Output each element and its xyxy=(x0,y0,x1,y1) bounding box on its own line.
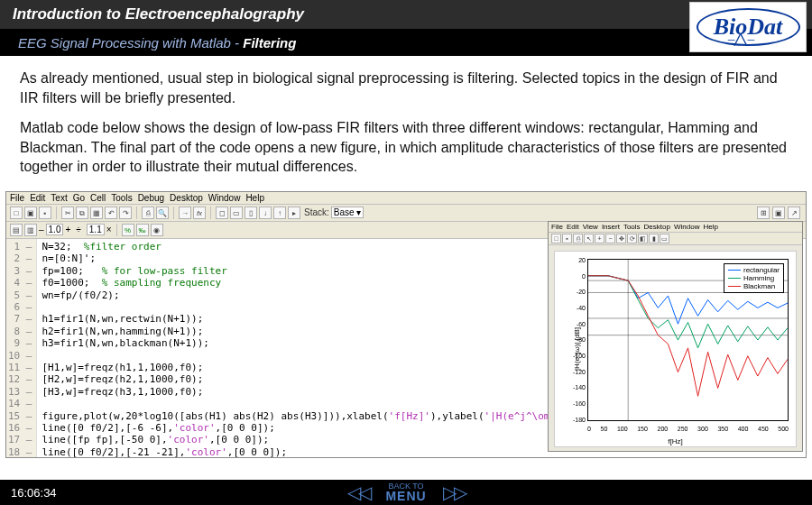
line-number-gutter: 1 – 2 – 3 – 4 – 5 – 6 – 7 – 8 – 9 –10 –1… xyxy=(6,239,37,458)
undo-icon[interactable]: ↶ xyxy=(105,207,117,219)
menu-button[interactable]: BACK TOMENU xyxy=(385,482,426,502)
fig-colorbar-icon[interactable]: ▮ xyxy=(649,234,659,243)
fig-menu-file[interactable]: File xyxy=(551,223,563,231)
fig-datacursor-icon[interactable]: ◧ xyxy=(638,234,648,243)
intro-paragraph-1: As already mentioned, usual step in biol… xyxy=(20,69,792,107)
fig-new-icon[interactable]: □ xyxy=(551,234,561,243)
eval-cell-icon[interactable]: ▥ xyxy=(24,224,37,236)
chart-xlabel: f[Hz] xyxy=(668,437,682,445)
menu-desktop[interactable]: Desktop xyxy=(170,193,203,203)
percent2-icon[interactable]: ‰ xyxy=(136,224,149,236)
percent-icon[interactable]: % xyxy=(122,224,134,236)
fig-save-icon[interactable]: ▪ xyxy=(562,234,572,243)
fig-zoom-out-icon[interactable]: − xyxy=(605,234,615,243)
tile-icon[interactable]: ⊞ xyxy=(757,207,770,219)
zoom-b-field[interactable]: 1.1 xyxy=(87,224,105,235)
open-file-icon[interactable]: ▣ xyxy=(24,207,37,219)
fig-menu-desktop[interactable]: Desktop xyxy=(644,223,670,231)
redo-icon[interactable]: ↷ xyxy=(119,207,132,219)
fig-menu-window[interactable]: Window xyxy=(674,223,699,231)
matlab-editor-window: FileEditTextGoCellToolsDebugDesktopWindo… xyxy=(5,191,807,458)
logo: BioDat─╱╲─ xyxy=(689,2,807,52)
step-out-icon[interactable]: ↑ xyxy=(273,207,286,219)
dock-icon[interactable]: ▣ xyxy=(772,207,785,219)
fig-menu-tools[interactable]: Tools xyxy=(623,223,641,231)
y-tick-labels: 200-20-40-60-80-100-120-140-160-180 xyxy=(569,257,586,423)
find-icon[interactable]: 🔍 xyxy=(156,207,169,219)
timecode: 16:06:34 xyxy=(11,486,57,500)
run-section-icon[interactable]: ▭ xyxy=(230,207,243,219)
zoom-a-field[interactable]: 1.0 xyxy=(46,224,64,235)
paste-icon[interactable]: ▦ xyxy=(90,207,103,219)
chart-legend[interactable]: rectangularHammingBlackman xyxy=(724,263,784,293)
menu-cell[interactable]: Cell xyxy=(90,193,106,203)
fig-rotate-icon[interactable]: ⟳ xyxy=(627,234,637,243)
slide-title: Introduction to Electroencephalography xyxy=(13,5,304,23)
fig-legend-icon[interactable]: ▭ xyxy=(660,234,669,243)
figure-menubar[interactable]: FileEditViewInsertToolsDesktopWindowHelp xyxy=(549,222,802,233)
goto-icon[interactable]: → xyxy=(179,207,191,219)
menu-tools[interactable]: Tools xyxy=(111,193,132,203)
stack-label: Stack: xyxy=(304,207,329,217)
fig-menu-insert[interactable]: Insert xyxy=(602,223,620,231)
x-tick-labels: 050100150200250300350400450500 xyxy=(587,426,789,432)
menu-file[interactable]: File xyxy=(10,193,24,203)
new-file-icon[interactable]: □ xyxy=(10,207,23,219)
next-button[interactable]: ▷▷ xyxy=(443,482,465,503)
step-icon[interactable]: ▯ xyxy=(245,207,257,219)
menu-help[interactable]: Help xyxy=(245,193,264,203)
undock-icon[interactable]: ↗ xyxy=(788,207,800,219)
subtitle-prefix: EEG Signal Processing with Matlab - xyxy=(18,35,243,50)
subtitle-topic: Filtering xyxy=(243,35,296,50)
step-in-icon[interactable]: ↓ xyxy=(259,207,272,219)
prev-button[interactable]: ◁◁ xyxy=(347,482,369,503)
matlab-figure-window[interactable]: FileEditViewInsertToolsDesktopWindowHelp… xyxy=(548,221,803,452)
fig-menu-edit[interactable]: Edit xyxy=(567,223,579,231)
breakpoint-icon[interactable]: ◻ xyxy=(216,207,228,219)
menu-go[interactable]: Go xyxy=(73,193,85,203)
cell-mode-icon[interactable]: ▤ xyxy=(10,224,23,236)
code-area[interactable]: N=32; %filter ordern=[0:N]';fp=100; % fo… xyxy=(37,239,592,458)
save-icon[interactable]: ▪ xyxy=(39,207,51,219)
fx-icon[interactable]: fx xyxy=(193,207,206,219)
menu-edit[interactable]: Edit xyxy=(30,193,45,203)
fig-pointer-icon[interactable]: ↖ xyxy=(584,234,594,243)
figure-axes-area: |H(e^jω)| [dB] f[Hz] 200-20-40-60-80-100… xyxy=(554,251,797,447)
intro-paragraph-2: Matlab code below shows the design of lo… xyxy=(20,118,792,177)
fig-pan-icon[interactable]: ✥ xyxy=(616,234,626,243)
intro-text: As already mentioned, usual step in biol… xyxy=(0,56,812,191)
copy-icon[interactable]: ⧉ xyxy=(76,207,88,219)
menu-window[interactable]: Window xyxy=(208,193,241,203)
editor-toolbar-1[interactable]: □ ▣ ▪ ✂ ⧉ ▦ ↶ ↷ ⎙ 🔍 → fx ◻ ▭ ▯ ↓ ↑ ▸ Sta… xyxy=(6,205,806,222)
player-footer: 16:06:34 ◁◁ BACK TOMENU ▷▷ xyxy=(0,480,812,505)
fig-menu-help[interactable]: Help xyxy=(703,223,717,231)
figure-toolbar[interactable]: □ ▪ ⎙ ↖ + − ✥ ⟳ ◧ ▮ ▭ xyxy=(549,233,802,245)
menu-text[interactable]: Text xyxy=(51,193,67,203)
stop-icon[interactable]: ◉ xyxy=(151,224,163,236)
print-icon[interactable]: ⎙ xyxy=(142,207,154,219)
fig-zoom-in-icon[interactable]: + xyxy=(595,234,604,243)
stack-dropdown[interactable]: Base ▾ xyxy=(331,207,364,218)
cut-icon[interactable]: ✂ xyxy=(61,207,74,219)
continue-icon[interactable]: ▸ xyxy=(288,207,300,219)
menu-debug[interactable]: Debug xyxy=(138,193,164,203)
fig-print-icon[interactable]: ⎙ xyxy=(573,234,583,243)
chart-axes: rectangularHammingBlackman xyxy=(587,259,789,421)
fig-menu-view[interactable]: View xyxy=(583,223,598,231)
editor-menubar[interactable]: FileEditTextGoCellToolsDebugDesktopWindo… xyxy=(6,192,806,205)
